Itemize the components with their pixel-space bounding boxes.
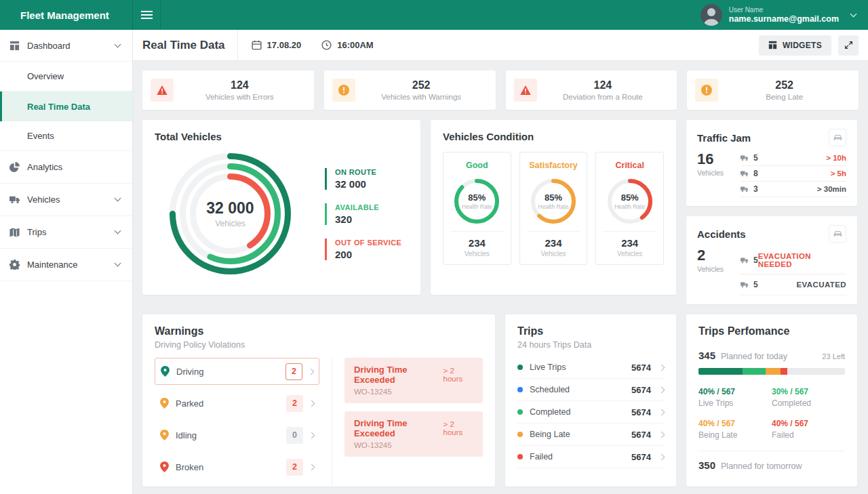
metric-label: Completed [772, 398, 845, 408]
condition-count: 234 [448, 237, 507, 249]
sidebar-item-overview[interactable]: Overview [0, 62, 132, 91]
card-title: Traffic Jam [697, 132, 751, 144]
health-rate-label: Health Rate [614, 203, 645, 210]
hamburger-icon [141, 11, 153, 19]
condition-count-label: Vehicles [524, 250, 583, 258]
planned-today-label: Planned for today [721, 352, 822, 361]
sidebar-item-label: Analytics [27, 162, 121, 172]
stat-card-vehicles-with-warnings[interactable]: 252 Vehicles with Warnings [324, 70, 496, 110]
avatar [701, 4, 722, 26]
user-menu[interactable]: User Name name.surname@gmail.com [701, 0, 868, 30]
chevron-down-icon [850, 10, 857, 17]
trip-label: Completed [530, 407, 631, 417]
car-icon[interactable] [829, 129, 846, 146]
gear-icon [9, 260, 20, 270]
sidebar-item-events[interactable]: Events [0, 121, 132, 151]
chevron-right-icon [658, 386, 665, 393]
metric-completed: 30% / 567 Completed [772, 387, 845, 408]
warning-category-idling[interactable]: Idling 0 [155, 421, 319, 449]
chevron-down-icon [115, 195, 121, 202]
pin-icon [160, 461, 169, 472]
card-subtitle: Driving Policy Violations [155, 340, 483, 350]
sidebar-item-trips[interactable]: Trips [0, 216, 132, 249]
progress-segment-being-late [766, 368, 781, 375]
planned-today-value: 345 [698, 350, 715, 361]
traffic-jam-row: 8 > 5h [741, 166, 846, 182]
trip-label: Being Late [530, 430, 631, 439]
trips-row-scheduled[interactable]: Scheduled 5674 [517, 379, 664, 401]
progress-segment-completed [743, 368, 766, 375]
stat-value: 124 [174, 79, 306, 91]
sidebar-item-dashboard[interactable]: Dashboard [0, 30, 132, 62]
app-title: Fleet Management [0, 0, 133, 30]
warning-category-label: Idling [176, 430, 286, 440]
status-dot [517, 432, 523, 437]
widgets-button[interactable]: WIDGETS [759, 35, 831, 56]
trip-value: 5674 [631, 363, 651, 373]
warning-category-broken[interactable]: Broken 2 [155, 453, 319, 480]
condition-count: 234 [600, 237, 659, 249]
health-rate-value: 85% [545, 192, 562, 203]
legend-label: OUT OF SERVICE [335, 239, 401, 247]
trips-row-completed[interactable]: Completed 5674 [517, 401, 664, 424]
trips-row-live-trips[interactable]: Live Trips 5674 [517, 356, 664, 379]
sidebar-item-vehicles[interactable]: Vehicles [0, 184, 132, 216]
stat-label: Deviation from a Route [537, 93, 669, 101]
alert-reference: WO-13245 [354, 441, 473, 449]
total-vehicles-value: 32 000 [206, 199, 254, 218]
pin-icon [160, 398, 169, 409]
alert-duration: > 2 hours [443, 367, 473, 383]
trips-performance-card: Trips Perfomance 345 Planned for today 2… [686, 314, 857, 487]
sidebar-item-maintenance[interactable]: Maintenance [0, 249, 132, 281]
metric-value: 40% / 567 [772, 419, 845, 428]
condition-count-label: Vehicles [448, 250, 507, 258]
card-title: Vehicles Condition [443, 131, 664, 142]
sidebar-item-real-time-data[interactable]: Real Time Data [0, 91, 132, 121]
card-title: Warnings [155, 325, 483, 337]
truck-icon [741, 257, 749, 264]
warning-alert[interactable]: Driving Time Exceeded > 2 hours WO-13245 [344, 411, 483, 457]
card-title: Trips Perfomance [698, 325, 845, 337]
warning-category-parked[interactable]: Parked 2 [155, 390, 319, 417]
hamburger-menu-button[interactable] [133, 0, 161, 30]
dashboard-icon [9, 40, 20, 51]
stat-card-deviation-from-route[interactable]: 124 Deviation from a Route [506, 70, 677, 110]
alert-title: Driving Time Exceeded [354, 418, 443, 438]
chevron-down-icon [115, 228, 121, 234]
sidebar-item-label: Trips [27, 227, 115, 237]
chevron-right-icon [658, 431, 665, 438]
planned-tomorrow-value: 350 [698, 459, 715, 471]
warning-category-driving[interactable]: Driving 2 [155, 358, 319, 385]
trips-progress-bar [698, 368, 845, 375]
warning-alert[interactable]: Driving Time Exceeded > 2 hours WO-13245 [344, 358, 483, 403]
date-picker[interactable]: 17.08.20 16:00AM [252, 40, 374, 50]
sidebar-item-label: Real Time Data [27, 102, 90, 112]
sidebar-item-label: Vehicles [27, 194, 115, 205]
sidebar-item-analytics[interactable]: Analytics [0, 151, 132, 184]
legend-item-on-route: ON ROUTE 32 000 [325, 168, 401, 190]
truck-icon [9, 194, 20, 205]
stat-card-vehicles-with-errors[interactable]: 124 Vehicles with Errors [142, 70, 314, 110]
metric-label: Live Trips [698, 398, 772, 408]
accidents-label: Vehicles [697, 265, 741, 273]
time-value: 16:00AM [337, 40, 373, 50]
health-rate-value: 85% [468, 192, 486, 203]
analytics-pie-icon [9, 162, 20, 173]
condition-count: 234 [524, 237, 583, 249]
warning-count-badge: 2 [285, 363, 302, 380]
progress-segment-failed [781, 368, 787, 375]
progress-segment-live [698, 368, 743, 375]
chevron-down-icon [115, 41, 121, 47]
total-vehicles-label: Vehicles [215, 219, 245, 228]
widgets-button-label: WIDGETS [783, 41, 822, 50]
fullscreen-button[interactable] [838, 35, 859, 56]
trips-row-being-late[interactable]: Being Late 5674 [517, 424, 664, 446]
car-icon[interactable] [829, 225, 846, 243]
stat-label: Being Late [718, 93, 850, 101]
stat-card-being-late[interactable]: 252 Being Late [687, 70, 859, 110]
traffic-count: 8 [753, 169, 758, 178]
trips-row-failed[interactable]: Failed 5674 [517, 446, 664, 468]
trip-label: Failed [530, 452, 631, 461]
legend-value: 200 [335, 249, 401, 260]
trip-value: 5674 [631, 452, 651, 462]
